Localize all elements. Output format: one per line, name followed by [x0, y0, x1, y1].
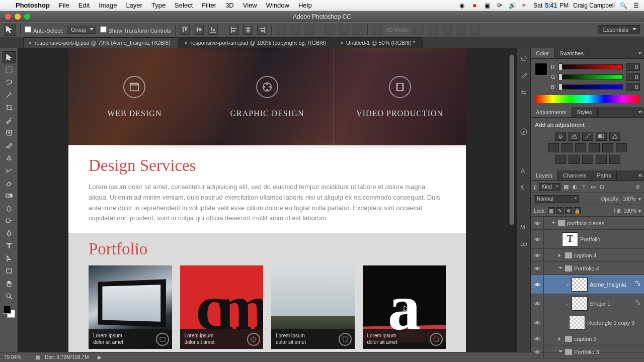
gradient-map-adjustment[interactable]: [596, 155, 607, 164]
eraser-tool[interactable]: [3, 177, 16, 189]
shape-layer-thumbnail[interactable]: [572, 297, 588, 311]
menuextra-sync-icon[interactable]: ⟳: [496, 2, 504, 10]
rectangle-tool[interactable]: [3, 265, 16, 277]
document-tab[interactable]: ×responsive-port-sm.psd @ 100% (copyrigh…: [179, 37, 334, 48]
visibility-toggle[interactable]: [531, 345, 544, 358]
menuextra-display-icon[interactable]: ▣: [483, 2, 491, 10]
layer-row[interactable]: ⌐ Shape 1: [531, 294, 644, 313]
3d-roll-button[interactable]: [428, 25, 438, 35]
spotlight-icon[interactable]: 🔍: [619, 2, 627, 10]
align-hcenter-button[interactable]: [243, 25, 253, 35]
tab-layers[interactable]: Layers: [531, 170, 558, 180]
distribute-hcenter-button[interactable]: [339, 25, 349, 35]
visibility-toggle[interactable]: [531, 313, 544, 332]
menu-window[interactable]: Window: [262, 2, 294, 9]
distribute-right-button[interactable]: [353, 25, 363, 35]
menuextra-volume-icon[interactable]: 🔊: [508, 2, 516, 10]
brush-tool[interactable]: [3, 139, 16, 151]
tab-color[interactable]: Color: [531, 48, 554, 58]
tab-channels[interactable]: Channels: [558, 170, 592, 180]
filter-smart-icon[interactable]: ◻: [599, 184, 606, 191]
menu-type[interactable]: Type: [147, 2, 170, 9]
align-top-button[interactable]: [180, 25, 190, 35]
link-icon[interactable]: [634, 300, 641, 307]
document-tab[interactable]: ×Untitled-1 @ 50% (RGB/8) *: [335, 37, 423, 48]
menu-layer[interactable]: Layer: [121, 2, 147, 9]
zoom-level[interactable]: 79.04%: [4, 354, 30, 360]
menu-3d[interactable]: 3D: [221, 2, 238, 9]
auto-align-button[interactable]: [372, 25, 382, 35]
distribute-bottom-button[interactable]: [304, 25, 314, 35]
app-menu[interactable]: Photoshop: [11, 2, 54, 9]
color-lookup-adjustment[interactable]: [616, 143, 627, 152]
menuextra-record-icon[interactable]: ■: [470, 2, 478, 10]
lock-all-button[interactable]: 🔒: [574, 207, 581, 214]
visibility-toggle[interactable]: [531, 230, 544, 248]
hand-tool[interactable]: [3, 278, 16, 290]
eyedropper-tool[interactable]: [3, 114, 16, 126]
disclosure-triangle-icon[interactable]: [558, 349, 563, 354]
visibility-toggle[interactable]: [531, 249, 544, 261]
pen-tool[interactable]: [3, 227, 16, 239]
layer-row-selected[interactable]: ⌐ Acme_Insignia: [531, 275, 644, 294]
canvas-area[interactable]: WEB DESIGN GRAPHIC DESIGN VIDEO PRODUCTI…: [18, 48, 516, 352]
disclosure-triangle-icon[interactable]: [551, 221, 556, 226]
distribute-left-button[interactable]: [325, 25, 335, 35]
path-selection-tool[interactable]: [3, 252, 16, 264]
close-button[interactable]: [5, 14, 11, 20]
doc-size[interactable]: Doc: 3.72M/108.7M: [45, 354, 89, 360]
clone-stamp-tool[interactable]: [3, 152, 16, 164]
3d-drag-button[interactable]: [442, 25, 452, 35]
layer-group-row[interactable]: portfolio pieces: [531, 217, 644, 230]
brightness-contrast-adjustment[interactable]: [555, 132, 566, 141]
layer-name[interactable]: Portfolio 4: [574, 265, 599, 272]
color-spectrum[interactable]: [535, 95, 640, 103]
minimize-button[interactable]: [15, 14, 21, 20]
invert-adjustment[interactable]: [555, 155, 566, 164]
zoom-tool[interactable]: [3, 290, 16, 302]
r-value[interactable]: 0: [626, 63, 640, 71]
brush-panel-icon[interactable]: [519, 70, 529, 80]
scrollbar-thumb[interactable]: [509, 54, 514, 225]
workspace-dropdown[interactable]: Essentials: [598, 25, 640, 34]
blur-tool[interactable]: [3, 202, 16, 214]
layer-row[interactable]: T Portfolio: [531, 230, 644, 249]
vibrance-adjustment[interactable]: [609, 132, 620, 141]
3d-scale-button[interactable]: [470, 25, 480, 35]
zoom-button[interactable]: [24, 14, 30, 20]
show-transform-checkbox[interactable]: Show Transform Controls: [100, 26, 171, 34]
disclosure-triangle-icon[interactable]: [558, 336, 563, 341]
menu-filter[interactable]: Filter: [197, 2, 221, 9]
menuextra-icon[interactable]: ◉: [458, 2, 466, 10]
visibility-toggle[interactable]: [531, 332, 544, 345]
layer-name[interactable]: Portfolio 3: [574, 349, 599, 355]
g-value[interactable]: 0: [626, 73, 640, 81]
history-brush-tool[interactable]: [3, 164, 16, 176]
filter-toggle[interactable]: ⊘: [634, 184, 641, 191]
layer-name[interactable]: portfolio pieces: [567, 220, 604, 226]
hue-saturation-adjustment[interactable]: [548, 143, 559, 152]
photo-filter-adjustment[interactable]: [589, 143, 600, 152]
gradient-tool[interactable]: [3, 190, 16, 202]
lock-transparency-button[interactable]: ▦: [548, 207, 555, 214]
type-tool[interactable]: [3, 240, 16, 252]
character-panel-icon[interactable]: A: [519, 166, 529, 176]
disclosure-triangle-icon[interactable]: [558, 253, 563, 258]
3d-rotate-button[interactable]: [414, 25, 424, 35]
brush-settings-panel-icon[interactable]: [519, 87, 529, 98]
menu-edit[interactable]: Edit: [74, 2, 94, 9]
notifications-icon[interactable]: ☰: [632, 2, 640, 10]
smart-object-thumbnail[interactable]: [572, 278, 588, 292]
auto-select-dropdown[interactable]: Group: [67, 26, 96, 34]
layer-group-row[interactable]: caption 3: [531, 332, 644, 345]
black-white-adjustment[interactable]: [575, 143, 586, 152]
blend-mode-dropdown[interactable]: Normal: [534, 195, 579, 203]
filter-shape-icon[interactable]: ▭: [590, 184, 597, 191]
r-slider[interactable]: [559, 64, 623, 69]
close-tab-icon[interactable]: ×: [185, 40, 188, 46]
move-tool-icon[interactable]: [4, 24, 16, 36]
lasso-tool[interactable]: [3, 76, 16, 88]
tab-styles[interactable]: Styles: [572, 107, 598, 117]
align-vcenter-button[interactable]: [194, 25, 204, 35]
visibility-toggle[interactable]: [531, 294, 544, 313]
